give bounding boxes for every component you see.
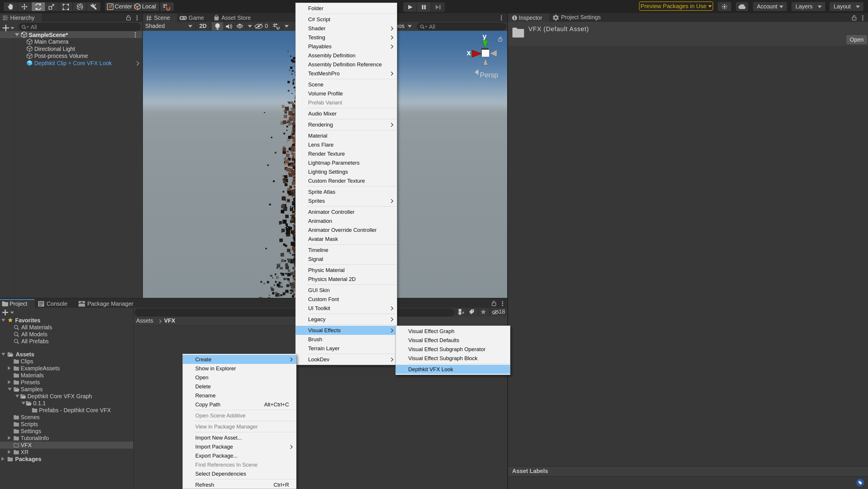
svg-text:Local: Local xyxy=(142,3,156,10)
svg-text:Center: Center xyxy=(115,3,132,10)
svg-text:y: y xyxy=(483,33,487,40)
svg-text:Y: Y xyxy=(277,27,279,30)
svg-text:Persp: Persp xyxy=(480,71,498,79)
svg-text:x: x xyxy=(467,48,471,57)
